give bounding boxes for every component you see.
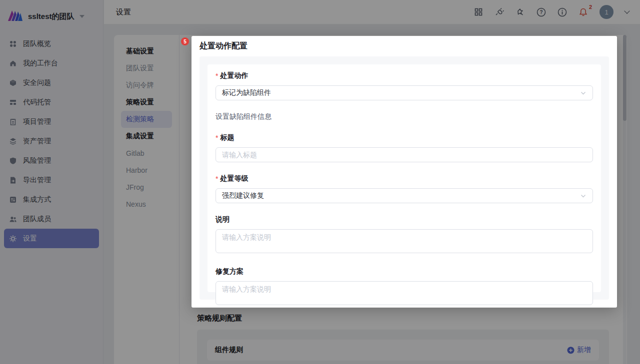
title-input[interactable] xyxy=(216,147,593,162)
select-value: 强烈建议修复 xyxy=(222,191,264,200)
modal-title: 处置动作配置 xyxy=(200,41,248,51)
field-label-fix: 修复方案 xyxy=(216,267,593,276)
field-label-desc: 说明 xyxy=(216,215,593,224)
field-label-action: * 处置动作 xyxy=(216,71,593,80)
description-textarea[interactable] xyxy=(216,229,593,253)
disposal-action-select[interactable]: 标记为缺陷组件 xyxy=(216,85,593,100)
required-marker: * xyxy=(216,134,218,142)
field-label-level: * 处置等级 xyxy=(216,174,593,183)
disposal-form: * 处置动作 标记为缺陷组件 设置缺陷组件信息 * 标题 * 处置等级 强烈建议… xyxy=(208,64,601,292)
fix-plan-textarea[interactable] xyxy=(216,281,593,305)
defect-info-note: 设置缺陷组件信息 xyxy=(216,112,593,121)
select-value: 标记为缺陷组件 xyxy=(222,88,271,97)
field-label-title: * 标题 xyxy=(216,133,593,142)
modal-inner-panel: * 处置动作 标记为缺陷组件 设置缺陷组件信息 * 标题 * 处置等级 强烈建议… xyxy=(200,56,609,300)
annotation-badge-5: 5 xyxy=(181,37,189,45)
disposal-action-modal: 处置动作配置 * 处置动作 标记为缺陷组件 设置缺陷组件信息 * 标题 * 处置… xyxy=(192,36,617,308)
chevron-down-icon xyxy=(580,193,586,199)
chevron-down-icon xyxy=(580,90,586,96)
required-marker: * xyxy=(216,72,218,80)
required-marker: * xyxy=(216,175,218,183)
disposal-level-select[interactable]: 强烈建议修复 xyxy=(216,188,593,203)
